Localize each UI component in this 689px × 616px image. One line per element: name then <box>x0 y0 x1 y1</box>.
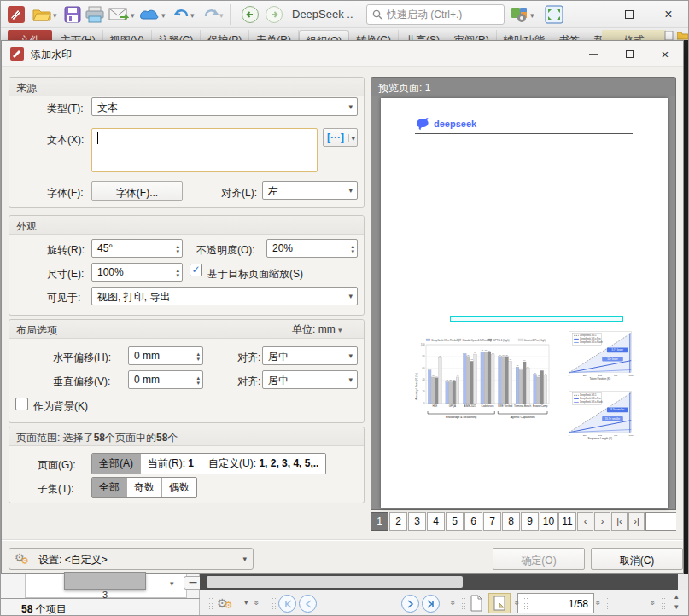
menu-tab[interactable]: 辅助功能 <box>497 30 552 40</box>
pages-all-button[interactable]: 全部(A) <box>92 454 141 474</box>
last-page-button[interactable] <box>422 595 440 613</box>
subset-option[interactable]: 偶数 <box>162 478 196 497</box>
as-background-checkbox[interactable] <box>15 398 28 410</box>
menu-file-button[interactable]: 文件 <box>8 30 52 40</box>
align-select[interactable]: 左▾ <box>262 181 358 200</box>
menu-format-tab[interactable]: 格式 <box>602 30 666 40</box>
macro-chevron-icon[interactable]: ▾ <box>348 134 355 142</box>
vertical-scroll-up-icon[interactable]: ▴ <box>674 592 679 601</box>
strip-first-button[interactable]: |‹ <box>611 512 628 531</box>
next-page-button[interactable] <box>401 595 419 613</box>
undo-icon[interactable] <box>172 4 192 25</box>
visible-on-select[interactable]: 视图, 打印, 导出▾ <box>91 287 358 305</box>
open-dropdown-chevron[interactable]: ▾ <box>53 11 57 20</box>
cancel-button[interactable]: 取消(C) <box>591 548 683 570</box>
status-gear-icon[interactable]: ⚙⚙ <box>217 595 232 611</box>
page-number-input[interactable]: 1/58 <box>517 593 594 613</box>
ui-options-chevron[interactable]: ▾ <box>530 11 534 20</box>
rotation-spinner[interactable]: 45° ▴▾ <box>91 239 183 258</box>
preview-page-button[interactable]: 5 <box>446 512 464 531</box>
fullscreen-icon[interactable] <box>544 4 564 25</box>
toolbar-grip[interactable] <box>272 595 276 610</box>
session-dropdown-chevron[interactable]: ▾ <box>161 11 166 20</box>
window-minimize-button[interactable] <box>575 1 609 28</box>
pages-current-button[interactable]: 当前(R): 1 <box>141 454 201 474</box>
settings-select[interactable]: ⚙⚙ 设置: <自定义> ▾ <box>9 548 254 570</box>
h-offset-spinner[interactable]: 0 mm ▴▾ <box>128 346 203 365</box>
session-icon[interactable] <box>139 4 160 25</box>
preview-page-button[interactable]: 2 <box>389 512 407 531</box>
watermark-text-input[interactable] <box>91 128 318 172</box>
first-page-button[interactable] <box>278 595 296 613</box>
v-offset-spinner[interactable]: 0 mm ▴▾ <box>128 370 203 389</box>
previous-page-button[interactable] <box>299 595 317 613</box>
preview-page-button[interactable]: 7 <box>483 512 501 531</box>
ok-button[interactable]: 确定(O) <box>493 548 585 570</box>
fit-page-view-icon[interactable] <box>488 593 511 613</box>
overflow-chevron[interactable]: » <box>593 601 603 606</box>
quick-launch-search[interactable]: 快速启动 (Ctrl+.) <box>366 4 505 25</box>
toolbar-grip[interactable] <box>523 595 528 610</box>
preview-page-button[interactable]: 9 <box>521 512 539 531</box>
nav-forward-icon[interactable] <box>264 4 284 25</box>
menu-tab[interactable]: 表单(R) <box>249 30 299 40</box>
units-select[interactable]: 单位: mm ▾ <box>292 323 342 337</box>
vertical-scroll-down-icon[interactable]: ▾ <box>674 602 679 611</box>
strip-prev-button[interactable]: ‹ <box>577 512 593 531</box>
menu-tab[interactable]: 审阅(R) <box>447 30 497 40</box>
horizontal-scrollbar[interactable] <box>200 574 678 590</box>
overflow-chevron[interactable]: » <box>648 601 657 606</box>
dialog-maximize-button[interactable] <box>611 41 647 67</box>
h-align-select[interactable]: 居中▾ <box>262 346 358 365</box>
v-align-select[interactable]: 居中▾ <box>262 370 358 389</box>
preview-page-button[interactable]: 6 <box>464 512 482 531</box>
type-select[interactable]: 文本▾ <box>91 97 358 116</box>
single-page-view-icon[interactable] <box>470 595 483 612</box>
window-close-button[interactable]: × <box>651 1 686 28</box>
subset-option[interactable]: 奇数 <box>127 478 162 497</box>
preview-page-button[interactable]: 1 <box>371 512 388 531</box>
overflow-chevron[interactable]: » <box>252 601 261 606</box>
document-tab[interactable]: DeepSeek .. <box>292 8 353 20</box>
undo-dropdown-chevron[interactable]: ▾ <box>190 11 195 20</box>
pages-custom-button[interactable]: 自定义(U): 1, 2, 3, 4, 5,.. <box>201 454 325 474</box>
dialog-minimize-button[interactable] <box>575 41 611 67</box>
dialog-close-button[interactable]: × <box>647 41 683 67</box>
opacity-spinner[interactable]: 20% ▴▾ <box>266 239 358 258</box>
window-maximize-button[interactable] <box>612 1 646 28</box>
font-button[interactable]: 字体(F)... <box>91 181 183 201</box>
menu-tab[interactable]: 书签 <box>552 30 587 40</box>
menu-tab[interactable]: 主页(H) <box>54 30 103 40</box>
strip-next-button[interactable]: › <box>594 512 610 531</box>
nav-back-icon[interactable] <box>240 4 260 25</box>
page-thumbnail[interactable] <box>64 572 146 590</box>
menu-tab[interactable]: 转换(C) <box>349 30 399 40</box>
folder-mini-icon[interactable] <box>677 31 688 40</box>
ui-options-icon[interactable] <box>510 4 530 25</box>
preview-page-button[interactable]: 3 <box>408 512 426 531</box>
email-icon[interactable] <box>108 4 129 25</box>
preview-page-input[interactable]: 1 <box>645 512 676 531</box>
overflow-chevron[interactable]: » <box>448 601 458 606</box>
menu-tab[interactable]: 注释(C) <box>152 30 201 40</box>
open-folder-icon[interactable] <box>32 4 52 25</box>
menu-tab[interactable]: 保护(P) <box>201 30 249 40</box>
macro-split-button[interactable]: [···] ▾ <box>323 128 358 147</box>
save-icon[interactable] <box>62 4 83 25</box>
preview-page-button[interactable]: 8 <box>502 512 520 531</box>
print-icon[interactable] <box>85 4 105 25</box>
preview-page-button[interactable]: 10 <box>540 512 558 531</box>
subset-option[interactable]: 全部 <box>92 478 127 497</box>
page-mini-icon[interactable] <box>664 31 674 40</box>
menu-tab[interactable]: 视图(V) <box>103 30 152 40</box>
status-gear-chevron[interactable]: ▾ <box>244 599 248 607</box>
toolbar-grip[interactable] <box>208 595 213 610</box>
dialog-titlebar[interactable]: 添加水印 × <box>2 41 683 67</box>
preview-page-button[interactable]: 4 <box>427 512 445 531</box>
strip-last-button[interactable]: ›| <box>628 512 645 531</box>
redo-icon[interactable] <box>201 4 221 25</box>
preview-page-button[interactable]: 11 <box>558 512 576 531</box>
scale-to-page-checkbox[interactable]: ✓ <box>190 264 202 276</box>
scrollbar-thumb[interactable] <box>207 576 463 588</box>
email-dropdown-chevron[interactable]: ▾ <box>131 11 135 20</box>
